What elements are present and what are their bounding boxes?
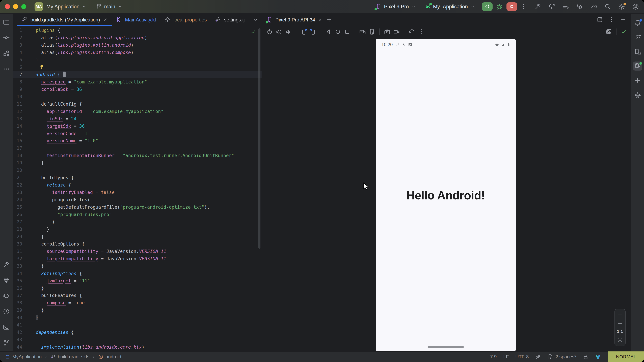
more-vertical-icon[interactable] xyxy=(418,28,424,35)
editor-tab-1[interactable]: build.gradle.kts (My Application) xyxy=(17,13,112,26)
maximize-window-button[interactable] xyxy=(21,4,26,9)
line-number[interactable]: 38 xyxy=(13,299,22,307)
line-number[interactable]: 28 xyxy=(13,226,22,233)
line-number[interactable]: 22 xyxy=(13,181,22,189)
breadcrumb-item[interactable]: android xyxy=(98,354,121,360)
tool-window-notifications-bell[interactable] xyxy=(633,18,642,27)
line-number[interactable]: 44 xyxy=(13,344,22,351)
line-number[interactable]: 24 xyxy=(13,196,22,203)
power-icon[interactable] xyxy=(266,28,273,35)
encoding-widget[interactable]: UTF-8 xyxy=(515,354,529,360)
zoom-reset-button[interactable]: 1:1 xyxy=(617,329,623,334)
line-number[interactable]: 4 xyxy=(13,49,22,56)
show-hidden-tabs-icon[interactable] xyxy=(252,16,259,23)
ai-assistant-disabled-icon[interactable] xyxy=(535,354,541,360)
line-number[interactable]: 8 xyxy=(13,78,22,86)
tool-window-running-devices[interactable] xyxy=(633,61,642,70)
settings-button[interactable] xyxy=(618,3,625,10)
line-number[interactable]: 3 xyxy=(13,41,22,49)
ui-check-icon[interactable] xyxy=(606,28,612,35)
screenshot-icon[interactable] xyxy=(384,28,390,35)
line-number[interactable]: 26 xyxy=(13,211,22,218)
line-number[interactable]: 1 xyxy=(13,27,22,34)
close-icon[interactable] xyxy=(318,17,322,22)
keyboard-input-icon[interactable] xyxy=(359,28,366,35)
line-number[interactable]: 11 xyxy=(13,100,22,108)
stop-button[interactable] xyxy=(506,2,517,11)
close-window-button[interactable] xyxy=(5,4,10,9)
project-selector[interactable]: My Application xyxy=(46,4,87,9)
indent-widget[interactable]: 2 spaces* xyxy=(548,354,576,360)
line-number[interactable]: 15 xyxy=(13,130,22,137)
line-number[interactable]: 5 xyxy=(13,56,22,63)
line-number[interactable]: 2 xyxy=(13,34,22,41)
vim-icon[interactable] xyxy=(595,354,601,360)
panel-options-icon[interactable] xyxy=(608,16,614,23)
more-run-actions-button[interactable] xyxy=(520,3,527,10)
line-number[interactable]: 25 xyxy=(13,203,22,211)
tool-window-version-control[interactable] xyxy=(2,338,11,347)
line-number[interactable]: 39 xyxy=(13,307,22,314)
back-icon[interactable] xyxy=(325,28,332,35)
device-screen[interactable]: 10:20 Hello Android! xyxy=(376,39,516,351)
tool-window-logcat-cat[interactable] xyxy=(2,292,11,301)
editor-tab-3[interactable]: local.properties xyxy=(160,13,211,26)
overview-icon[interactable] xyxy=(344,28,350,35)
line-number[interactable]: 10 xyxy=(13,93,22,100)
tool-window-gradle-elephant[interactable] xyxy=(633,33,642,42)
line-number[interactable]: 9 xyxy=(13,86,22,93)
gesture-navigation-pill[interactable] xyxy=(428,346,464,348)
attach-debugger-button[interactable] xyxy=(576,3,583,10)
line-number[interactable]: 6 xyxy=(13,63,22,71)
profiler-button[interactable] xyxy=(590,3,597,10)
open-in-new-window-icon[interactable] xyxy=(597,16,603,23)
line-number[interactable]: 19 xyxy=(13,159,22,167)
screen-record-icon[interactable] xyxy=(393,28,400,35)
line-number[interactable]: 40 xyxy=(13,314,22,321)
build-variants-button[interactable] xyxy=(562,3,569,10)
line-number[interactable]: 29 xyxy=(13,233,22,240)
rerun-button[interactable] xyxy=(482,2,492,11)
editor-scrollbar[interactable] xyxy=(258,28,260,249)
line-ending-widget[interactable]: LF xyxy=(503,354,509,360)
line-number[interactable]: 34 xyxy=(13,270,22,277)
tool-window-gem[interactable] xyxy=(2,276,11,285)
line-number[interactable]: 12 xyxy=(13,108,22,115)
sync-button[interactable] xyxy=(548,3,556,10)
add-device-tab-button[interactable] xyxy=(326,16,332,23)
tool-window-terminal[interactable] xyxy=(2,323,11,332)
volume-up-icon[interactable] xyxy=(276,28,282,35)
intention-bulb-icon[interactable] xyxy=(39,64,44,69)
line-number[interactable]: 42 xyxy=(13,329,22,336)
code-editor[interactable]: 1plugins {2 alias(libs.plugins.android.a… xyxy=(13,26,262,351)
line-number[interactable]: 17 xyxy=(13,144,22,152)
vim-mode-badge[interactable]: NORMAL xyxy=(608,352,644,362)
tool-window-gemini-sparkle[interactable] xyxy=(633,76,642,85)
line-number[interactable]: 27 xyxy=(13,218,22,226)
zoom-in-button[interactable] xyxy=(617,312,623,318)
line-number[interactable]: 14 xyxy=(13,122,22,130)
line-number[interactable]: 7 xyxy=(13,71,22,78)
breadcrumb-item[interactable]: build.gradle.kts xyxy=(50,354,90,360)
editor-tab-2[interactable]: MainActivity.kt xyxy=(112,13,160,26)
zoom-fit-button[interactable] xyxy=(617,337,623,343)
line-number[interactable]: 43 xyxy=(13,336,22,344)
tool-window-resource-manager[interactable] xyxy=(2,49,11,58)
hammer-button[interactable] xyxy=(534,3,541,10)
rotate-right-icon[interactable] xyxy=(310,28,316,35)
line-number[interactable]: 32 xyxy=(13,255,22,263)
line-number[interactable]: 31 xyxy=(13,248,22,255)
run-configuration-selector[interactable]: My_Application xyxy=(424,3,475,10)
tool-window-commit[interactable] xyxy=(2,33,11,42)
line-number[interactable]: 13 xyxy=(13,115,22,122)
line-number[interactable]: 18 xyxy=(13,152,22,159)
line-number[interactable]: 36 xyxy=(13,285,22,292)
tool-window-hammer[interactable] xyxy=(2,260,11,269)
tool-window-travel-plane[interactable] xyxy=(633,90,642,99)
device-tab[interactable]: Pixel 9 Pro API 34 xyxy=(266,16,322,23)
search-everywhere-button[interactable] xyxy=(604,3,611,10)
device-selector[interactable]: Pixel 9 Pro xyxy=(375,3,416,10)
caret-position-widget[interactable]: 7:9 xyxy=(490,354,497,360)
home-icon[interactable] xyxy=(334,28,341,35)
line-number[interactable]: 16 xyxy=(13,137,22,144)
